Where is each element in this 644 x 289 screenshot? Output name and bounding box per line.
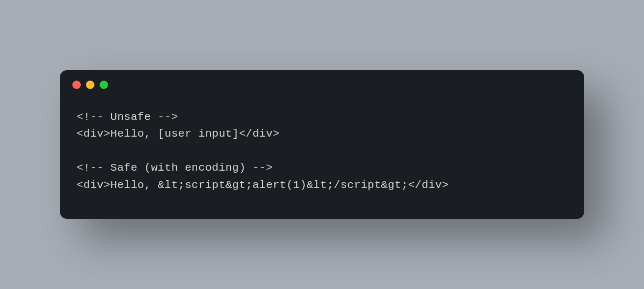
code-line: <div>Hello, &lt;script&gt;alert(1)&lt;/s… — [77, 177, 567, 194]
maximize-icon[interactable] — [100, 81, 108, 89]
code-block: <!-- Unsafe --> <div>Hello, [user input]… — [60, 89, 584, 219]
code-line: <div>Hello, [user input]</div> — [77, 126, 567, 143]
close-icon[interactable] — [72, 81, 81, 89]
code-line: <!-- Safe (with encoding) --> — [77, 160, 567, 177]
code-window: <!-- Unsafe --> <div>Hello, [user input]… — [60, 70, 584, 219]
code-line — [77, 143, 567, 160]
code-line: <!-- Unsafe --> — [77, 109, 567, 126]
minimize-icon[interactable] — [86, 81, 94, 89]
window-titlebar — [60, 70, 584, 89]
